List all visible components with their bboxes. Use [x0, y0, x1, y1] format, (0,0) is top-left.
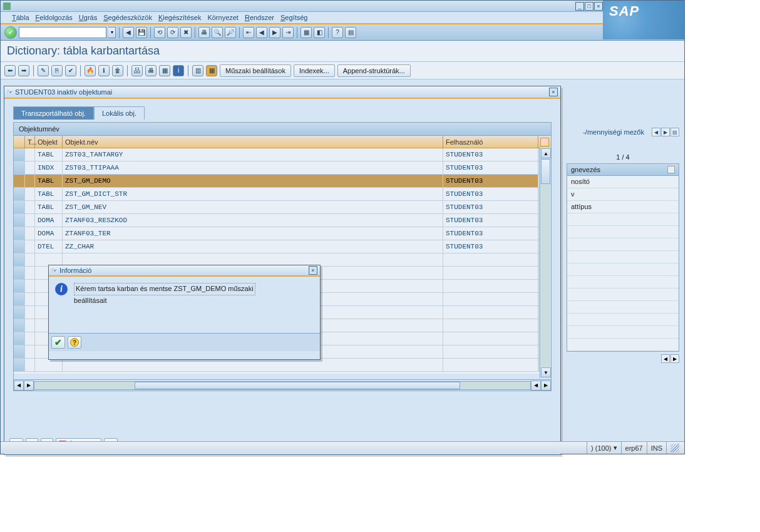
indexes-button[interactable]: Indexek... [294, 64, 335, 77]
enter-button[interactable]: ✔ [4, 26, 17, 39]
row-selector[interactable] [14, 332, 25, 345]
command-field[interactable] [19, 27, 106, 38]
bg-list-item[interactable] [567, 238, 679, 251]
row-selector[interactable] [14, 201, 25, 213]
print-button[interactable]: 🖶 [145, 65, 157, 76]
print-icon[interactable]: 🖶 [198, 27, 210, 38]
delete-button[interactable]: 🗑 [112, 65, 123, 76]
table-row[interactable]: DOMAZTANF03_RESZKODSTUDENT03 [14, 214, 551, 227]
tab-scroll-right-button[interactable]: ▶ [661, 128, 670, 136]
bg-list-item[interactable] [567, 213, 679, 226]
minimize-button[interactable]: _ [575, 2, 584, 11]
row-selector[interactable] [14, 214, 25, 227]
grid-settings-icon[interactable] [540, 138, 549, 146]
menu-rendszer[interactable]: Rendszer [245, 14, 274, 21]
row-selector[interactable] [14, 319, 25, 332]
bg-scroll-right-button[interactable]: ▶ [670, 354, 679, 363]
bg-list-item[interactable] [567, 326, 679, 339]
row-selector[interactable] [14, 293, 25, 305]
row-selector[interactable] [14, 227, 25, 240]
bg-list-item[interactable] [567, 289, 679, 301]
bg-list-item[interactable] [567, 276, 679, 289]
check-button[interactable]: ✔ [65, 65, 76, 76]
table-row[interactable]: TABLZST03_TANTARGYSTUDENT03 [14, 148, 551, 161]
row-selector[interactable] [14, 345, 25, 358]
menu-segedeszkozok[interactable]: Segédeszközök [103, 14, 152, 21]
row-selector[interactable] [14, 175, 25, 187]
hscroll-first-button[interactable]: ◀ [14, 381, 24, 391]
table-row[interactable]: TABLZST_GM_DICT_STRSTUDENT03 [14, 188, 551, 201]
other-object-button[interactable]: ⎘ [51, 65, 63, 76]
menu-segitseg[interactable]: Segítség [280, 14, 307, 21]
table-row[interactable]: DOMAZTANF03_TERSTUDENT03 [14, 227, 551, 240]
where-used-button[interactable]: ℹ [98, 65, 110, 76]
row-selector[interactable] [14, 359, 25, 371]
hscroll-thumb[interactable] [135, 382, 460, 389]
table-row[interactable]: DTELZZ_CHARSTUDENT03 [14, 240, 551, 253]
bg-list-item[interactable] [567, 226, 679, 238]
layout-icon[interactable]: ▤ [345, 27, 356, 38]
save-button[interactable]: 💾 [136, 27, 147, 38]
back-icon[interactable]: ⟲ [154, 27, 165, 38]
scroll-up-button[interactable]: ▲ [541, 148, 551, 158]
resize-grip-icon[interactable] [670, 444, 679, 453]
nav-prev-button[interactable]: ⬅ [4, 65, 16, 76]
bg-list-item[interactable] [567, 301, 679, 314]
column-settings-icon[interactable] [667, 166, 675, 173]
back-button[interactable]: ◀ [123, 27, 134, 38]
find-icon[interactable]: 🔍 [212, 27, 223, 38]
cancel-icon[interactable]: ✖ [180, 27, 192, 38]
table-row[interactable]: TABLZST_GM_DEMOSTUDENT03 [14, 175, 551, 188]
menu-feldolgozas[interactable]: Feldolgozás [36, 14, 73, 21]
grid-hscroll[interactable]: ◀ ▶ ◀ ▶ [14, 379, 551, 391]
scroll-track[interactable] [541, 159, 550, 367]
bg-list-item[interactable]: v [567, 188, 679, 201]
nav-next-button[interactable]: ➡ [18, 65, 29, 76]
table-row[interactable]: TABLZST_GM_NEVSTUDENT03 [14, 201, 551, 214]
bg-list-item[interactable]: attípus [567, 201, 679, 213]
table-row[interactable]: INDXZST03_TTIPAAASTUDENT03 [14, 161, 551, 175]
layout-menu-icon[interactable]: ▾ [614, 444, 617, 452]
menu-tabla[interactable]: Tábla [12, 14, 29, 21]
col-objekt[interactable]: Objekt [35, 136, 63, 148]
last-page-icon[interactable]: ⇥ [282, 27, 294, 38]
first-page-icon[interactable]: ⇤ [243, 27, 254, 38]
row-selector[interactable] [14, 280, 25, 292]
info-ok-button[interactable]: ✔ [51, 336, 65, 349]
menu-ugras[interactable]: Ugrás [79, 14, 97, 21]
bg-list-item[interactable]: nosító [567, 176, 679, 188]
prev-page-icon[interactable]: ◀ [256, 27, 267, 38]
bg-tab-label[interactable]: -/mennyiségi mezők [578, 126, 649, 138]
row-selector[interactable] [14, 253, 25, 266]
hscroll-right-button[interactable]: ◀ [531, 381, 541, 391]
new-session-icon[interactable]: ▦ [300, 27, 312, 38]
tab-transportable[interactable]: Transzportálható obj. [13, 106, 94, 120]
hierarchy-button[interactable]: 品 [131, 65, 143, 76]
scroll-thumb[interactable] [541, 159, 550, 184]
row-selector[interactable] [14, 148, 25, 161]
row-selector[interactable] [14, 306, 25, 319]
activate-button[interactable]: 🔥 [85, 65, 96, 76]
scroll-down-button[interactable]: ▼ [541, 367, 551, 377]
hscroll-left-button[interactable]: ▶ [24, 381, 34, 391]
bg-list-item[interactable] [567, 251, 679, 263]
row-selector[interactable] [14, 267, 25, 279]
info-help-button[interactable]: ? [68, 336, 81, 349]
close-button[interactable]: × [594, 2, 603, 11]
table-button[interactable]: ▦ [206, 65, 217, 76]
dialog-close-button[interactable]: × [549, 88, 558, 96]
tab-list-button[interactable]: ▤ [670, 128, 679, 136]
command-history-button[interactable]: ▾ [108, 27, 116, 38]
col-objektnev[interactable]: Objekt.név [63, 136, 443, 148]
maximize-button[interactable]: □ [585, 2, 593, 11]
row-selector[interactable] [14, 188, 25, 200]
col-select[interactable] [14, 136, 25, 148]
next-page-icon[interactable]: ▶ [269, 27, 280, 38]
technical-settings-button[interactable]: Műszaki beállítások [220, 64, 291, 77]
row-selector[interactable] [14, 240, 25, 253]
help-icon[interactable]: ? [332, 27, 343, 38]
tab-local[interactable]: Lokális obj. [94, 106, 145, 120]
grid-vscroll[interactable]: ▲ ▼ [540, 148, 551, 378]
bg-scroll-left-button[interactable]: ◀ [661, 354, 670, 363]
graphic-button[interactable]: ▥ [192, 65, 203, 76]
